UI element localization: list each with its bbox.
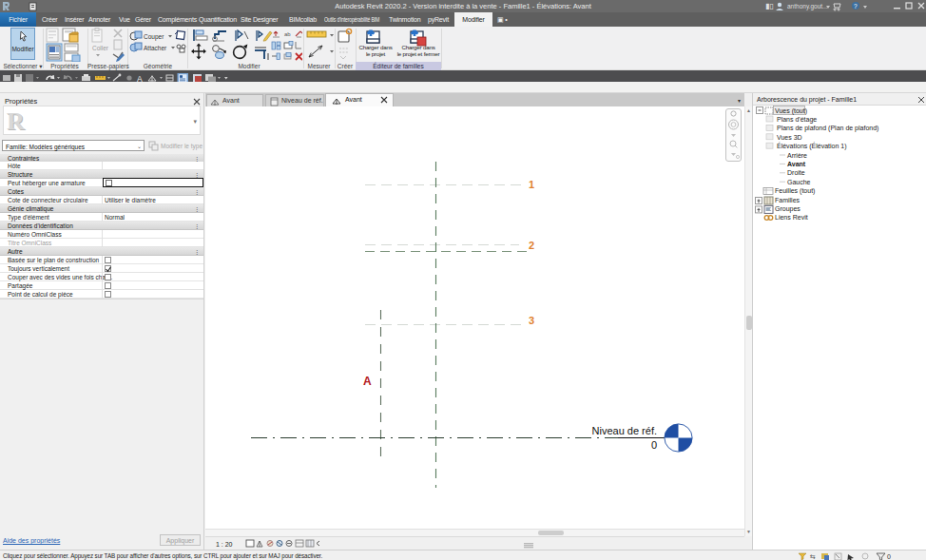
svg-text:Arrière: Arrière bbox=[787, 152, 807, 159]
svg-text:2: 2 bbox=[529, 240, 534, 251]
svg-text:Liens Revit: Liens Revit bbox=[775, 214, 808, 221]
svg-text:Plans de plafond (Plan de plaf: Plans de plafond (Plan de plafond) bbox=[777, 125, 878, 132]
svg-text:Vues 3D: Vues 3D bbox=[777, 134, 802, 141]
svg-text:Droite: Droite bbox=[787, 169, 805, 176]
svg-text:Attacher: Attacher bbox=[144, 45, 167, 51]
svg-text:Groupes: Groupes bbox=[775, 205, 801, 213]
svg-text:ab: ab bbox=[284, 31, 291, 37]
svg-text:Couper: Couper bbox=[144, 33, 164, 41]
svg-text:Coller: Coller bbox=[92, 45, 109, 51]
svg-text:Avant: Avant bbox=[787, 161, 806, 167]
svg-text:Vues (tout): Vues (tout) bbox=[775, 107, 807, 115]
svg-text:1: 1 bbox=[529, 179, 534, 190]
svg-text:R: R bbox=[7, 107, 25, 135]
svg-text:0: 0 bbox=[887, 553, 891, 560]
svg-text:Feuilles (tout): Feuilles (tout) bbox=[775, 187, 815, 195]
svg-text:A: A bbox=[363, 375, 372, 388]
svg-text:0: 0 bbox=[651, 439, 657, 451]
svg-text:Familles: Familles bbox=[775, 197, 801, 203]
svg-text:Gauche: Gauche bbox=[787, 179, 811, 185]
svg-text:3: 3 bbox=[529, 315, 534, 326]
svg-text:⇆: ⇆ bbox=[810, 553, 816, 560]
svg-text:Élévations (Élévation 1): Élévations (Élévation 1) bbox=[777, 142, 847, 150]
svg-text:Niveau de réf.: Niveau de réf. bbox=[592, 425, 657, 436]
svg-text:Plans d'étage: Plans d'étage bbox=[777, 116, 817, 124]
